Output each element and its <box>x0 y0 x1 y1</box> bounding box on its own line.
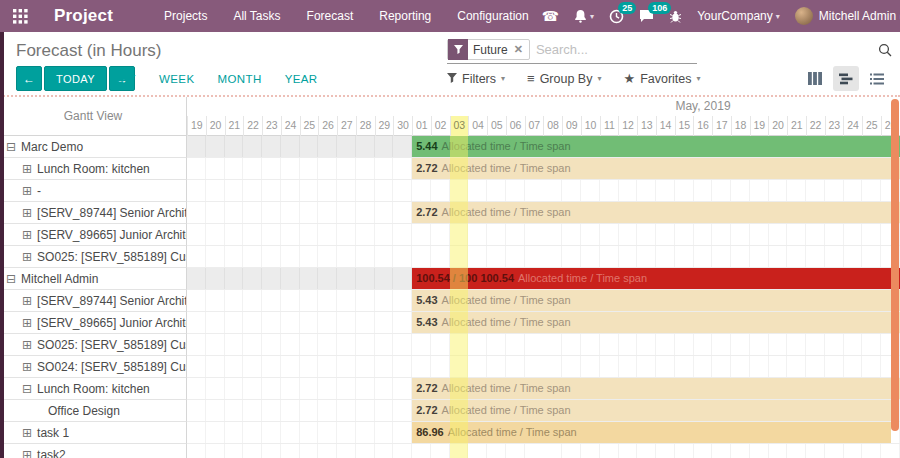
row-label[interactable]: ⊟Lunch Room: kitchen <box>0 378 187 400</box>
expand-plus-icon[interactable]: ⊞ <box>22 295 32 307</box>
month-header: May, 2019 <box>412 97 900 116</box>
favorites-menu[interactable]: ★Favorites▾ <box>623 71 700 86</box>
day-header-cell: 21 <box>225 116 244 136</box>
row-label[interactable]: ⊞task2 <box>0 444 187 458</box>
collapse-minus-icon[interactable]: ⊟ <box>6 273 16 285</box>
nav-item-projects[interactable]: Projects <box>151 0 220 32</box>
day-header-cell: 17 <box>712 116 731 136</box>
gantt-view-button[interactable] <box>833 66 859 91</box>
apps-menu-icon[interactable] <box>13 9 28 24</box>
forecast-bar[interactable]: 5.44Allocated time / Time span <box>412 136 900 157</box>
gantt-row: ⊞[SERV_89665] Junior Architect (Inv <box>0 224 900 246</box>
expand-plus-icon[interactable]: ⊞ <box>22 207 32 219</box>
star-icon: ★ <box>623 71 635 86</box>
bar-caption: Allocated time / Time span <box>442 206 571 218</box>
today-button[interactable]: TODAY <box>44 66 107 91</box>
forecast-bar[interactable]: 100.54 / 100 100.54Allocated time / Time… <box>412 268 900 289</box>
prev-period-button[interactable]: ← <box>16 66 42 91</box>
forecast-bar[interactable]: 2.72Allocated time / Time span <box>412 378 900 399</box>
user-menu[interactable]: Mitchell Admin (EP-Odoo)▾ <box>795 7 900 25</box>
day-header-cell: 26 <box>318 116 337 136</box>
row-label[interactable]: ⊞- <box>0 180 187 202</box>
kanban-view-button[interactable] <box>802 66 828 91</box>
nav-item-all-tasks[interactable]: All Tasks <box>220 0 293 32</box>
nav-item-configuration[interactable]: Configuration <box>444 0 541 32</box>
scale-month[interactable]: MONTH <box>217 73 261 85</box>
row-track <box>187 180 900 202</box>
bar-caption: Allocated time / Time span <box>442 382 571 394</box>
facet-remove-icon[interactable]: ✕ <box>513 43 529 56</box>
day-header-cell: 22 <box>806 116 825 136</box>
collapse-minus-icon[interactable]: ⊟ <box>6 141 16 153</box>
expand-plus-icon[interactable]: ⊞ <box>22 427 32 439</box>
expand-plus-icon[interactable]: ⊞ <box>22 317 32 329</box>
forecast-bar[interactable]: 5.43Allocated time / Time span <box>412 312 900 333</box>
forecast-bar[interactable]: 2.72Allocated time / Time span <box>412 400 891 421</box>
list-view-button[interactable] <box>864 66 890 91</box>
row-label[interactable]: ⊞[SERV_89744] Senior Architect (Inv <box>0 202 187 224</box>
row-label[interactable]: ⊟Marc Demo <box>0 136 187 158</box>
day-header-cell: 10 <box>581 116 600 136</box>
row-label[interactable]: ⊞[SERV_89744] Senior Architect (Inv <box>0 290 187 312</box>
expand-plus-icon[interactable]: ⊞ <box>22 229 32 241</box>
collapse-minus-icon[interactable]: ⊟ <box>22 383 32 395</box>
day-header-cell: 09 <box>562 116 581 136</box>
bar-value: 5.44 <box>416 140 437 152</box>
search-magnifier-icon[interactable] <box>877 43 893 63</box>
activities-clock-icon[interactable]: 25 <box>609 9 624 24</box>
messages-chat-icon[interactable]: 106 <box>639 9 654 23</box>
forecast-bar[interactable]: 2.72Allocated time / Time span <box>412 158 900 179</box>
day-header-cell: 14 <box>656 116 675 136</box>
gantt-row: ⊞SO025: [SERV_585189] Customer <box>0 334 900 356</box>
day-header-cell: 18 <box>731 116 750 136</box>
activities-count-badge: 25 <box>618 2 636 14</box>
expand-plus-icon[interactable]: ⊞ <box>22 339 32 351</box>
row-label[interactable]: ⊟Mitchell Admin <box>0 268 187 290</box>
bar-value: 2.72 <box>416 382 437 394</box>
gantt-row: ⊞[SERV_89744] Senior Architect (Inv2.72A… <box>0 202 900 224</box>
forecast-bar[interactable]: 5.43Allocated time / Time span <box>412 290 900 311</box>
expand-plus-icon[interactable]: ⊞ <box>22 163 32 175</box>
expand-plus-icon[interactable]: ⊞ <box>22 361 32 373</box>
filters-label: Filters <box>462 72 496 86</box>
row-label[interactable]: ⊞SO025: [SERV_585189] Customer <box>0 246 187 268</box>
phone-icon[interactable]: ☎ <box>542 9 559 23</box>
nav-item-forecast[interactable]: Forecast <box>294 0 367 32</box>
caret-down-icon: ▾ <box>597 74 601 83</box>
row-label[interactable]: ⊞task 1 <box>0 422 187 444</box>
gantt-row: ⊞- <box>0 180 900 202</box>
filter-funnel-icon <box>448 39 468 60</box>
row-label-text: [SERV_89744] Senior Architect (Inv <box>37 206 187 220</box>
row-label-text: [SERV_89665] Junior Architect (Inv <box>37 316 187 330</box>
expand-plus-icon[interactable]: ⊞ <box>22 449 32 458</box>
day-header-cell: 19 <box>750 116 769 136</box>
notifications-bell-icon[interactable]: ▾ <box>574 9 594 23</box>
company-switcher[interactable]: YourCompany▾ <box>697 9 780 23</box>
row-label[interactable]: ⊞Lunch Room: kitchen <box>0 158 187 180</box>
bar-value: 5.43 <box>416 316 437 328</box>
row-label[interactable]: ⊞[SERV_89665] Junior Architect (Inv <box>0 312 187 334</box>
gantt-row: ⊟Mitchell Admin100.54 / 100 100.54Alloca… <box>0 268 900 290</box>
gantt-row: ⊞Lunch Room: kitchen2.72Allocated time /… <box>0 158 900 180</box>
forecast-bar[interactable]: 86.96Allocated time / Time span <box>412 422 891 443</box>
left-edge-strip <box>0 32 4 458</box>
row-label-text: task2 <box>37 448 66 458</box>
scale-year[interactable]: YEAR <box>285 73 318 85</box>
row-label[interactable]: ⊞SO025: [SERV_585189] Customer <box>0 334 187 356</box>
scrollbar-thumb[interactable] <box>891 99 899 431</box>
scale-day[interactable]: DAY <box>112 73 136 85</box>
row-label-text: Lunch Room: kitchen <box>37 382 150 396</box>
debug-bug-icon[interactable] <box>669 10 682 23</box>
expand-plus-icon[interactable]: ⊞ <box>22 251 32 263</box>
row-label[interactable]: ⊞[SERV_89665] Junior Architect (Inv <box>0 224 187 246</box>
filters-menu[interactable]: Filters▾ <box>447 72 505 86</box>
nav-item-reporting[interactable]: Reporting <box>366 0 444 32</box>
scale-week[interactable]: WEEK <box>159 73 194 85</box>
forecast-bar[interactable]: 2.72Allocated time / Time span <box>412 202 900 223</box>
row-label[interactable]: ⊞SO024: [SERV_585189] Customer <box>0 356 187 378</box>
expand-plus-icon[interactable]: ⊞ <box>22 185 32 197</box>
company-caret-icon: ▾ <box>776 12 780 21</box>
row-label-text: [SERV_89744] Senior Architect (Inv <box>37 294 187 308</box>
search-input[interactable] <box>536 42 676 57</box>
group-by-menu[interactable]: ≡Group By▾ <box>527 71 601 86</box>
